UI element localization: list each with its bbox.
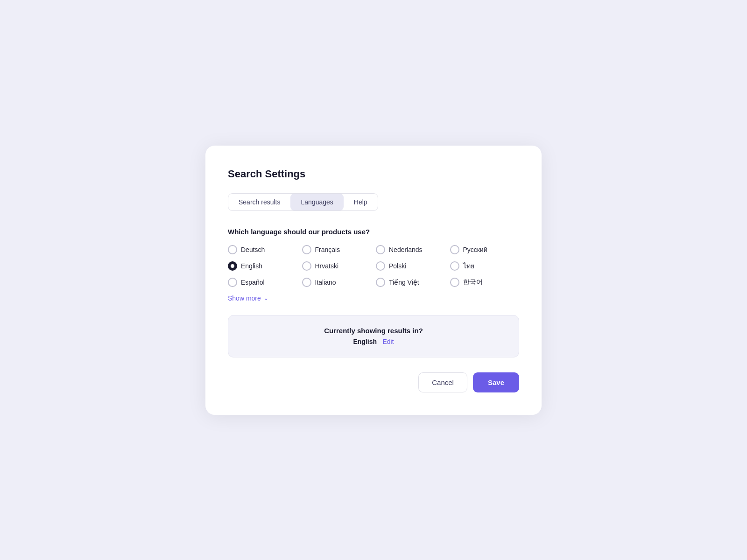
- language-label-thai: ไทย: [463, 261, 474, 271]
- tabs-container: Search results Languages Help: [228, 193, 378, 211]
- search-settings-modal: Search Settings Search results Languages…: [205, 146, 542, 415]
- current-result-value: English: [353, 338, 377, 345]
- language-grid: Deutsch Français Nederlands Русский Engl…: [228, 245, 519, 287]
- radio-english[interactable]: [228, 261, 237, 271]
- show-more-button[interactable]: Show more ⌄: [228, 294, 268, 302]
- language-label-deutsch: Deutsch: [241, 246, 265, 253]
- current-result-title: Currently showing results in?: [240, 327, 507, 335]
- language-option-polski[interactable]: Polski: [376, 261, 445, 271]
- language-option-korean[interactable]: 한국어: [450, 278, 520, 287]
- language-option-english[interactable]: English: [228, 261, 297, 271]
- radio-hrvatski[interactable]: [302, 261, 311, 271]
- tab-search-results[interactable]: Search results: [228, 194, 290, 210]
- language-option-hrvatski[interactable]: Hrvatski: [302, 261, 372, 271]
- language-option-thai[interactable]: ไทย: [450, 261, 520, 271]
- radio-francais[interactable]: [302, 245, 311, 254]
- radio-polski[interactable]: [376, 261, 385, 271]
- language-option-russian[interactable]: Русский: [450, 245, 520, 254]
- actions-row: Cancel Save: [228, 372, 519, 392]
- cancel-button[interactable]: Cancel: [418, 372, 467, 392]
- language-label-english: English: [241, 262, 262, 270]
- language-label-italiano: Italiano: [315, 279, 336, 286]
- radio-russian[interactable]: [450, 245, 459, 254]
- radio-italiano[interactable]: [302, 278, 311, 287]
- language-label-nederlands: Nederlands: [389, 246, 423, 253]
- language-option-deutsch[interactable]: Deutsch: [228, 245, 297, 254]
- language-label-korean: 한국어: [463, 278, 483, 287]
- save-button[interactable]: Save: [473, 372, 519, 392]
- radio-korean[interactable]: [450, 278, 459, 287]
- radio-thai[interactable]: [450, 261, 459, 271]
- radio-nederlands[interactable]: [376, 245, 385, 254]
- chevron-down-icon: ⌄: [264, 295, 268, 301]
- radio-espanol[interactable]: [228, 278, 237, 287]
- tab-help[interactable]: Help: [344, 194, 378, 210]
- language-option-francais[interactable]: Français: [302, 245, 372, 254]
- language-label-francais: Français: [315, 246, 340, 253]
- language-label-espanol: Español: [241, 279, 265, 286]
- tab-languages[interactable]: Languages: [290, 194, 343, 210]
- language-option-italiano[interactable]: Italiano: [302, 278, 372, 287]
- modal-title: Search Settings: [228, 168, 519, 180]
- language-option-tieng-viet[interactable]: Tiếng Việt: [376, 278, 445, 287]
- edit-link[interactable]: Edit: [382, 338, 394, 345]
- show-more-label: Show more: [228, 294, 261, 302]
- radio-deutsch[interactable]: [228, 245, 237, 254]
- current-result-box: Currently showing results in? English Ed…: [228, 315, 519, 357]
- language-option-espanol[interactable]: Español: [228, 278, 297, 287]
- language-label-hrvatski: Hrvatski: [315, 262, 339, 270]
- language-label-polski: Polski: [389, 262, 406, 270]
- language-option-nederlands[interactable]: Nederlands: [376, 245, 445, 254]
- section-label: Which language should our products use?: [228, 228, 519, 236]
- language-label-russian: Русский: [463, 246, 487, 253]
- radio-tieng-viet[interactable]: [376, 278, 385, 287]
- language-label-tieng-viet: Tiếng Việt: [389, 279, 419, 286]
